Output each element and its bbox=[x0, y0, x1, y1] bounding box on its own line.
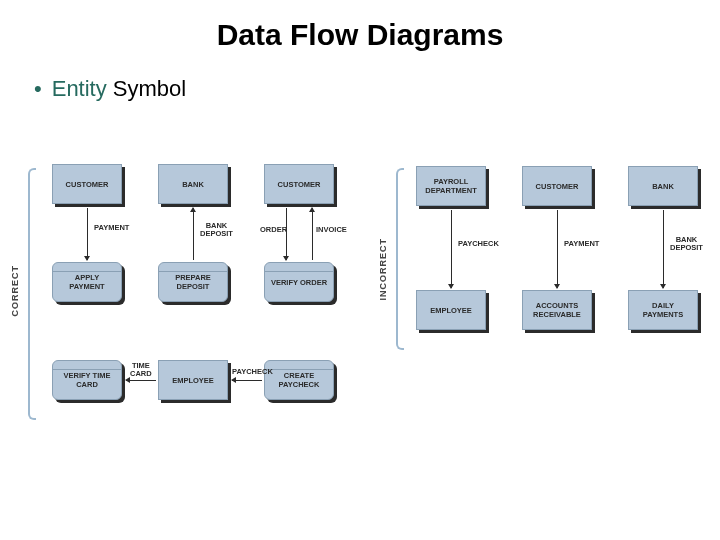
entity-bank: BANK bbox=[158, 164, 228, 204]
entity-employee: EMPLOYEE bbox=[158, 360, 228, 400]
entity-payroll-dept: PAYROLL DEPARTMENT bbox=[416, 166, 486, 206]
flow-paycheck-b: PAYCHECK bbox=[458, 240, 499, 248]
flow-invoice: INVOICE bbox=[316, 226, 347, 234]
arrow-bank-deposit bbox=[193, 208, 194, 260]
entity-customer: CUSTOMER bbox=[52, 164, 122, 204]
arrow-paycheck-b bbox=[451, 210, 452, 288]
incorrect-brace-icon bbox=[396, 168, 404, 350]
process-verify-order: VERIFY ORDER bbox=[264, 262, 334, 302]
bullet-text: Entity Symbol bbox=[52, 76, 187, 102]
entity-daily-payments: DAILY PAYMENTS bbox=[628, 290, 698, 330]
bullet-item: • Entity Symbol bbox=[34, 76, 720, 102]
bullet-accent: Entity bbox=[52, 76, 107, 101]
correct-brace-icon bbox=[28, 168, 36, 420]
flow-time-card: TIME CARD bbox=[130, 362, 152, 379]
bullet-dot-icon: • bbox=[34, 76, 42, 102]
process-prepare-deposit: PREPARE DEPOSIT bbox=[158, 262, 228, 302]
correct-label: CORRECT bbox=[10, 265, 20, 317]
entity-customer2: CUSTOMER bbox=[264, 164, 334, 204]
flow-bank-deposit: BANK DEPOSIT bbox=[200, 222, 233, 239]
flow-order: ORDER bbox=[260, 226, 287, 234]
entity-customer-b: CUSTOMER bbox=[522, 166, 592, 206]
entity-bank-b: BANK bbox=[628, 166, 698, 206]
arrow-bank-deposit-b bbox=[663, 210, 664, 288]
incorrect-label: INCORRECT bbox=[378, 238, 388, 301]
arrow-time-card bbox=[126, 380, 156, 381]
correct-panel: CUSTOMER BANK CUSTOMER PAYMENT BANK DEPO… bbox=[42, 160, 362, 430]
flow-paycheck: PAYCHECK bbox=[232, 368, 273, 376]
process-apply-payment: APPLY PAYMENT bbox=[52, 262, 122, 302]
process-verify-time-card: VERIFY TIME CARD bbox=[52, 360, 122, 400]
entity-accounts-receivable: ACCOUNTS RECEIVABLE bbox=[522, 290, 592, 330]
incorrect-panel: PAYROLL DEPARTMENT CUSTOMER BANK PAYCHEC… bbox=[410, 160, 710, 360]
flow-bank-deposit-b: BANK DEPOSIT bbox=[670, 236, 703, 253]
arrow-paycheck bbox=[232, 380, 262, 381]
page-title: Data Flow Diagrams bbox=[0, 0, 720, 52]
bullet-plain: Symbol bbox=[107, 76, 186, 101]
diagram-figure: CORRECT CUSTOMER BANK CUSTOMER PAYMENT B… bbox=[0, 160, 720, 500]
entity-employee-b: EMPLOYEE bbox=[416, 290, 486, 330]
arrow-payment bbox=[87, 208, 88, 260]
arrow-invoice bbox=[312, 208, 313, 260]
arrow-payment-b bbox=[557, 210, 558, 288]
flow-payment-b: PAYMENT bbox=[564, 240, 599, 248]
process-create-paycheck: CREATE PAYCHECK bbox=[264, 360, 334, 400]
flow-payment: PAYMENT bbox=[94, 224, 129, 232]
